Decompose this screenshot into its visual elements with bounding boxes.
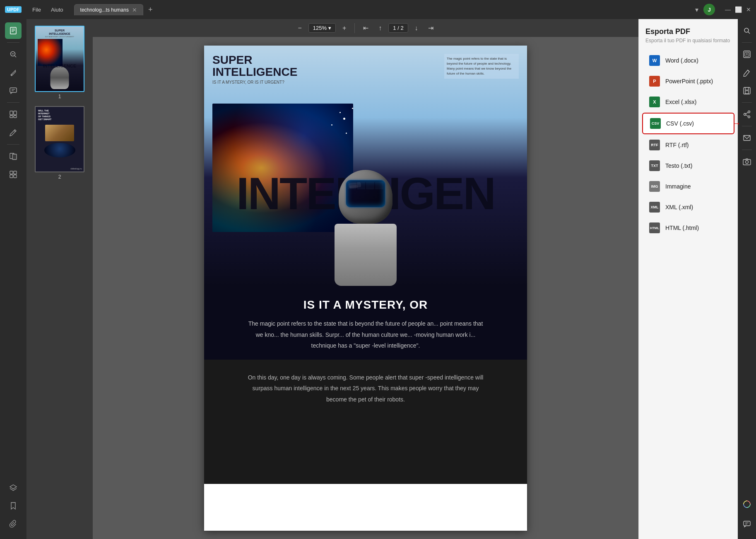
prev-page-button[interactable]: ↑ — [375, 23, 385, 34]
right-sep-2 — [742, 102, 752, 103]
page1-body-text: The magic point refers to the state that… — [246, 318, 486, 351]
svg-line-5 — [15, 56, 17, 58]
tool-layout[interactable] — [5, 106, 22, 123]
zoom-dropdown-icon: ▾ — [328, 25, 331, 31]
right-tool-camera[interactable] — [739, 153, 755, 170]
minimize-button[interactable]: — — [725, 6, 731, 13]
tool-highlight[interactable] — [5, 64, 22, 81]
tool-layers[interactable] — [5, 479, 22, 496]
thumb2-plane — [45, 125, 74, 141]
ppt-icon: P — [649, 75, 660, 87]
export-format-list: W Word (.docx) P PowerPoint (.pptx) X Ex… — [639, 47, 738, 242]
export-xml[interactable]: XML XML (.xml) — [642, 197, 734, 217]
tool-attachment[interactable] — [5, 516, 22, 532]
dropdown-icon[interactable]: ▾ — [695, 6, 698, 14]
svg-rect-18 — [12, 154, 17, 160]
svg-rect-20 — [14, 171, 17, 174]
right-tool-ocr[interactable] — [739, 46, 755, 63]
pdf-content-area[interactable]: SUPER INTELLIGENCE IS IT A MYSTERY, OR I… — [93, 37, 638, 539]
maximize-button[interactable]: ⬜ — [735, 6, 742, 13]
pdf-viewer: − 125% ▾ + ⇤ ↑ 1 / 2 ↓ ⇥ SUP — [93, 19, 638, 539]
page1-mystery-title: IS IT A MYSTERY, OR — [225, 298, 506, 312]
app-logo[interactable]: UPDF — [5, 6, 22, 13]
tool-zoom-minus[interactable] — [5, 46, 22, 63]
main-area: SUPERINTELLIGENCE IS IT A MYSTERY, OR IS… — [0, 19, 756, 539]
tab-active[interactable]: technolog...ts humans ✕ — [74, 4, 143, 15]
svg-rect-13 — [14, 111, 17, 115]
svg-rect-26 — [744, 51, 750, 58]
right-tool-save[interactable] — [739, 82, 755, 99]
thumbnail-1-image: SUPERINTELLIGENCE IS IT A MYSTERY, OR IS… — [35, 26, 84, 92]
word-icon: W — [649, 55, 660, 66]
thumbnail-panel: SUPERINTELLIGENCE IS IT A MYSTERY, OR IS… — [26, 19, 93, 539]
export-immagine[interactable]: IMG Immagine — [642, 176, 734, 196]
export-html-label: HTML (.html) — [665, 225, 699, 231]
testo-icon: TXT — [649, 160, 660, 172]
svg-rect-0 — [10, 27, 16, 34]
export-word[interactable]: W Word (.docx) — [642, 51, 734, 70]
thumbnail-page-2[interactable]: WILL THEINTERNETOF THINGSGET SMART slide… — [35, 106, 84, 180]
page1-subtitle-small: IS IT A MYSTERY, OR IS IT URGENT? — [212, 80, 297, 85]
right-tool-chat[interactable] — [739, 516, 755, 532]
svg-rect-27 — [745, 52, 749, 56]
thumbnail-page-1[interactable]: SUPERINTELLIGENCE IS IT A MYSTERY, OR IS… — [35, 26, 84, 99]
tool-comment[interactable] — [5, 82, 22, 99]
csv-icon: CSV — [650, 118, 661, 129]
tab-close-button[interactable]: ✕ — [132, 7, 137, 13]
svg-marker-23 — [10, 485, 17, 489]
tool-reader[interactable] — [5, 22, 22, 39]
topbar-right: ▾ J — ⬜ ✕ — [695, 4, 751, 15]
next-page-button[interactable]: ↓ — [412, 23, 421, 34]
left-sidebar — [0, 19, 26, 539]
tool-organize[interactable] — [5, 166, 22, 183]
svg-point-33 — [748, 111, 750, 113]
export-powerpoint[interactable]: P PowerPoint (.pptx) — [642, 71, 734, 91]
export-excel[interactable]: X Excel (.xlsx) — [642, 92, 734, 112]
close-button[interactable]: ✕ — [746, 6, 751, 13]
right-tool-mail[interactable] — [739, 130, 755, 146]
export-excel-label: Excel (.xlsx) — [665, 99, 696, 105]
svg-line-25 — [748, 32, 750, 34]
thumbnail-2-image: WILL THEINTERNETOF THINGSGET SMART slide… — [35, 106, 84, 172]
thumb2-source: slideology.ru — [70, 167, 82, 170]
tool-edit[interactable] — [5, 124, 22, 141]
menu-aiuto[interactable]: Aiuto — [47, 5, 67, 15]
export-panel-title: Esporta PDF — [645, 27, 731, 36]
tab-add-button[interactable]: + — [146, 5, 155, 14]
export-csv[interactable]: CSV CSV (.csv) → — [642, 113, 734, 134]
right-tool-search[interactable] — [739, 22, 755, 39]
right-tool-colorscheme[interactable] — [739, 496, 755, 512]
first-page-button[interactable]: ⇤ — [360, 22, 372, 34]
export-html[interactable]: HTML HTML (.html) — [642, 218, 734, 238]
export-img-label: Immagine — [665, 183, 691, 190]
img-icon: IMG — [649, 181, 660, 192]
topbar: UPDF File Aiuto technolog...ts humans ✕ … — [0, 0, 756, 19]
export-ppt-label: PowerPoint (.pptx) — [665, 78, 713, 85]
svg-rect-32 — [745, 91, 749, 94]
tool-bookmark[interactable] — [5, 498, 22, 514]
svg-line-16 — [14, 131, 15, 132]
svg-rect-14 — [10, 116, 13, 118]
thumb1-title: SUPERINTELLIGENCE — [49, 29, 70, 35]
zoom-in-button[interactable]: + — [339, 23, 349, 34]
tab-bar: technolog...ts humans ✕ + — [74, 4, 692, 15]
right-tool-share[interactable] — [739, 106, 755, 123]
zoom-out-button[interactable]: − — [294, 23, 305, 34]
zoom-display[interactable]: 125% ▾ — [308, 23, 336, 33]
svg-point-35 — [748, 116, 750, 118]
menu-file[interactable]: File — [28, 5, 45, 15]
tool-pages[interactable] — [5, 148, 22, 164]
menu-bar: File Aiuto — [28, 5, 67, 15]
tool-separator-2 — [7, 102, 19, 103]
right-tool-edit[interactable] — [739, 64, 755, 81]
svg-point-34 — [744, 114, 746, 116]
export-testo[interactable]: TXT Testo (.txt) — [642, 156, 734, 176]
page1-title-super: SUPER — [212, 54, 297, 66]
toolbar-sep-1 — [354, 23, 355, 33]
user-avatar[interactable]: J — [703, 4, 715, 15]
updf-logo-text: UPDF — [5, 6, 22, 13]
last-page-button[interactable]: ⇥ — [425, 22, 437, 34]
svg-line-36 — [746, 112, 748, 114]
right-toolbar-bottom — [739, 496, 755, 532]
export-rtf[interactable]: RTF RTF (.rtf) — [642, 135, 734, 155]
